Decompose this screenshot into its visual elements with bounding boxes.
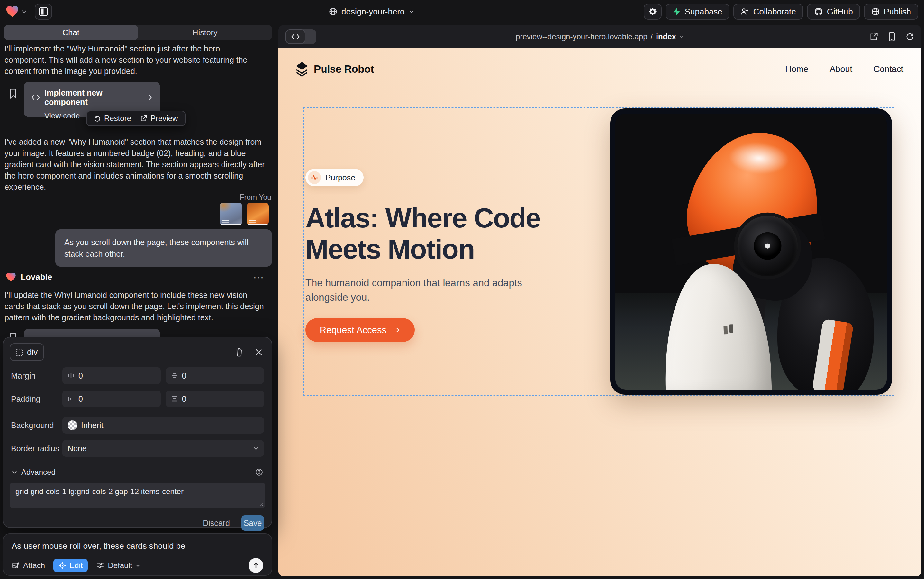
- site-nav-links: Home About Contact: [785, 64, 903, 74]
- selected-element-chip[interactable]: div: [10, 343, 44, 361]
- inspector-footer: Discard Save: [10, 515, 265, 531]
- hero-subheading: The humanoid companion that learns and a…: [305, 276, 550, 304]
- border-radius-value: None: [67, 444, 87, 453]
- resize-handle[interactable]: [259, 502, 263, 506]
- pulse-icon: [308, 171, 321, 184]
- external-link-icon: [140, 115, 147, 122]
- code-preview-toggle[interactable]: [286, 29, 317, 44]
- border-radius-select[interactable]: None: [62, 440, 264, 457]
- border-radius-row: Border radius None: [10, 440, 265, 457]
- lovable-heart-icon: [6, 5, 19, 18]
- close-icon[interactable]: [255, 348, 263, 356]
- mode-label: Default: [108, 561, 132, 570]
- padding-horizontal-icon: [67, 395, 75, 402]
- margin-x-input[interactable]: 0: [62, 367, 161, 384]
- margin-row: Margin 0 0: [10, 367, 265, 384]
- lovable-menu-button[interactable]: [6, 5, 27, 18]
- padding-y-input[interactable]: 0: [166, 391, 264, 407]
- purpose-badge-label: Purpose: [325, 173, 355, 182]
- margin-y-value: 0: [182, 371, 186, 381]
- chevron-down-icon: [253, 447, 259, 450]
- padding-vertical-icon: [171, 395, 178, 402]
- topbar: design-your-hero Supabase Co: [0, 0, 924, 23]
- gear-icon: [648, 7, 657, 16]
- bookmark-icon[interactable]: [9, 88, 17, 99]
- chat-panel: Chat History I'll implement the "Why Hum…: [0, 23, 276, 579]
- tab-chat[interactable]: Chat: [4, 25, 138, 40]
- arrow-right-icon: [392, 326, 401, 334]
- preview-url-bar[interactable]: preview--design-your-hero.lovable.app / …: [516, 25, 684, 48]
- lovable-heart-icon: [6, 272, 16, 282]
- background-input[interactable]: Inherit: [62, 417, 264, 433]
- pulse-robot-logo-icon: [295, 62, 309, 77]
- settings-button[interactable]: [644, 3, 662, 20]
- collaborate-button[interactable]: Collaborate: [733, 3, 803, 20]
- restore-preview-popover: Restore Preview: [86, 111, 186, 126]
- discard-button[interactable]: Discard: [202, 518, 230, 528]
- preview-header-actions: [869, 32, 914, 41]
- inspector-header: div: [10, 343, 265, 361]
- open-in-new-tab-icon[interactable]: [869, 32, 878, 41]
- chevron-down-icon: [135, 564, 140, 568]
- nav-link-about[interactable]: About: [829, 64, 852, 74]
- request-access-button[interactable]: Request Access: [305, 318, 415, 342]
- model-selector[interactable]: Default: [96, 561, 140, 570]
- hero-heading: Atlas: Where Code Meets Motion: [305, 202, 595, 265]
- github-label: GitHub: [827, 7, 853, 17]
- refresh-icon[interactable]: [905, 32, 914, 41]
- edit-label: Edit: [69, 561, 83, 570]
- advanced-label: Advanced: [21, 468, 56, 477]
- nav-link-contact[interactable]: Contact: [873, 64, 903, 74]
- preview-frame: preview--design-your-hero.lovable.app / …: [278, 25, 921, 576]
- chat-composer: As user mouse roll over, these cards sho…: [3, 533, 272, 576]
- supabase-label: Supabase: [685, 7, 722, 17]
- save-button[interactable]: Save: [242, 515, 264, 531]
- site-brand[interactable]: Pulse Robot: [295, 62, 374, 77]
- margin-horizontal-icon: [67, 372, 75, 379]
- project-name: design-your-hero: [341, 7, 405, 17]
- mobile-view-icon[interactable]: [888, 32, 896, 41]
- globe-icon: [871, 7, 880, 16]
- transparency-swatch-icon: [67, 420, 77, 430]
- supabase-button[interactable]: Supabase: [666, 3, 730, 20]
- chat-history-tabs: Chat History: [4, 25, 272, 40]
- project-switcher[interactable]: design-your-hero: [328, 0, 415, 23]
- attach-button[interactable]: Attach: [11, 561, 45, 570]
- send-button[interactable]: [248, 558, 263, 573]
- attachment-thumbnail-2[interactable]: [247, 203, 269, 225]
- topbar-actions: Supabase Collaborate GitHub Publish: [644, 3, 918, 20]
- dashed-box-icon: [16, 348, 23, 356]
- attach-image-icon: [11, 561, 20, 570]
- assistant-header: Lovable: [6, 272, 52, 282]
- attachment-thumbnail-1[interactable]: [220, 203, 242, 225]
- panel-left-icon: [39, 7, 48, 17]
- preview-button[interactable]: Preview: [140, 114, 178, 123]
- collaborate-label: Collaborate: [753, 7, 796, 17]
- margin-y-input[interactable]: 0: [166, 367, 264, 384]
- padding-x-input[interactable]: 0: [62, 391, 161, 407]
- preview-label: Preview: [150, 114, 178, 123]
- help-icon[interactable]: [255, 468, 263, 476]
- sidebar-toggle-button[interactable]: [35, 3, 52, 20]
- github-button[interactable]: GitHub: [807, 3, 860, 20]
- padding-row: Padding 0 0: [10, 391, 265, 407]
- element-inspector-panel: div Margin: [3, 337, 272, 528]
- tab-history[interactable]: History: [138, 25, 272, 40]
- robot-head: [675, 120, 832, 293]
- edit-mode-button[interactable]: Edit: [53, 559, 88, 572]
- padding-label: Padding: [11, 394, 62, 404]
- message-input[interactable]: As user mouse roll over, these cards sho…: [11, 541, 263, 551]
- user-message-bubble: As you scroll down the page, these compo…: [55, 229, 272, 267]
- url-separator: /: [651, 32, 653, 41]
- publish-button[interactable]: Publish: [864, 3, 918, 20]
- nav-link-home[interactable]: Home: [785, 64, 808, 74]
- trash-icon[interactable]: [235, 348, 243, 357]
- advanced-classes-textarea[interactable]: grid grid-cols-1 lg:grid-cols-2 gap-12 i…: [10, 483, 265, 508]
- supabase-icon: [673, 7, 681, 16]
- chevron-down-icon: [21, 10, 27, 13]
- advanced-toggle[interactable]: Advanced: [10, 468, 265, 477]
- globe-icon: [328, 7, 338, 16]
- purpose-badge: Purpose: [305, 169, 364, 186]
- restore-button[interactable]: Restore: [94, 114, 131, 123]
- message-menu-button[interactable]: ⋯: [253, 271, 265, 284]
